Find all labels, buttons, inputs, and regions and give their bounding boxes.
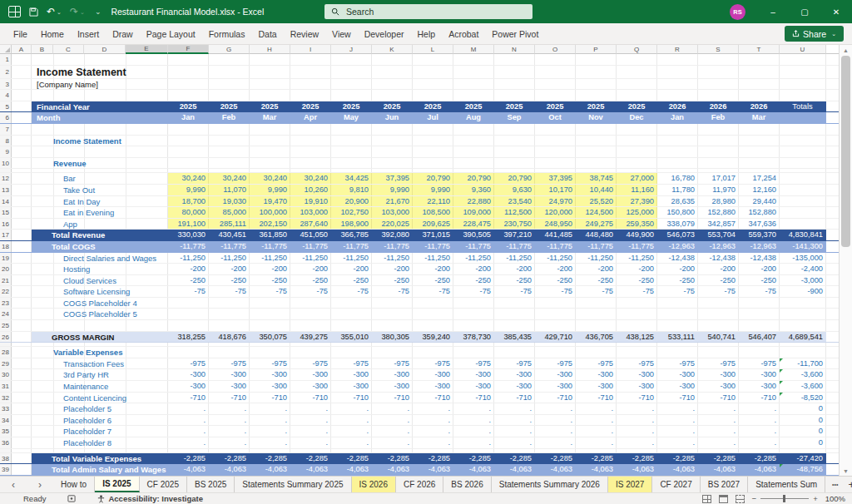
cell[interactable]: -250 (739, 275, 780, 286)
cell[interactable] (453, 158, 494, 169)
cell[interactable]: 27,390 (617, 196, 657, 207)
sheet-tab-statements-sum[interactable]: Statements Sum (748, 477, 825, 492)
cell[interactable] (657, 320, 698, 331)
cell[interactable]: . (372, 403, 413, 414)
page-layout-view-icon[interactable] (719, 495, 728, 503)
cell[interactable] (657, 146, 698, 157)
cell[interactable] (372, 54, 413, 65)
cell[interactable]: -11,775 (331, 241, 372, 252)
cell[interactable]: 22,880 (453, 196, 494, 207)
cell[interactable]: . (657, 415, 698, 426)
cell[interactable]: -710 (617, 393, 657, 403)
cell[interactable] (576, 66, 617, 78)
save-icon[interactable] (29, 7, 38, 17)
cell[interactable]: -200 (290, 264, 331, 274)
cell[interactable]: -975 (413, 358, 453, 369)
cell[interactable]: 2025 (617, 101, 657, 112)
cell-label-transaction-fees[interactable]: Transaction Fees (32, 358, 168, 369)
row-header-32[interactable]: 32 (0, 393, 12, 403)
cell[interactable]: 9,990 (413, 185, 453, 195)
cell[interactable]: -710 (372, 393, 413, 403)
cell[interactable]: . (657, 437, 698, 448)
cell[interactable] (12, 437, 32, 448)
cell[interactable]: -710 (739, 393, 780, 403)
cell-total[interactable]: -900 (780, 286, 826, 297)
cell-total[interactable] (780, 320, 826, 331)
cell[interactable] (12, 358, 32, 369)
row-header-9[interactable]: 9 (0, 146, 12, 157)
cell[interactable]: -11,250 (535, 253, 576, 264)
row-header-27[interactable] (0, 343, 12, 346)
cell[interactable]: 30,240 (209, 173, 250, 184)
column-header-b[interactable]: B (32, 45, 53, 54)
cell[interactable]: 220,025 (372, 219, 413, 230)
cell[interactable] (535, 169, 576, 172)
sheet-tab-bs-2026[interactable]: BS 2026 (443, 477, 491, 492)
cell[interactable] (535, 309, 576, 319)
cell[interactable]: -250 (331, 275, 372, 286)
cell[interactable] (453, 320, 494, 331)
cell[interactable]: -300 (209, 369, 250, 380)
cell[interactable] (12, 146, 32, 157)
cell[interactable] (32, 343, 168, 346)
cell[interactable]: . (494, 437, 535, 448)
cell[interactable]: . (494, 426, 535, 437)
cell[interactable]: 191,100 (168, 219, 209, 230)
row-header-11[interactable] (0, 169, 12, 172)
cell[interactable] (250, 449, 290, 452)
cell[interactable]: -975 (739, 358, 780, 369)
cell[interactable] (290, 146, 331, 157)
cell-label-revenue[interactable]: Revenue (32, 158, 168, 169)
cell[interactable]: . (576, 415, 617, 426)
cell[interactable] (657, 309, 698, 319)
cell[interactable]: 19,910 (290, 196, 331, 207)
cell[interactable] (453, 90, 494, 101)
cell[interactable] (250, 347, 290, 358)
cell[interactable] (168, 136, 209, 146)
cell-total[interactable] (780, 112, 826, 123)
scroll-down-arrow[interactable]: ▼ (840, 466, 852, 476)
cell[interactable] (657, 54, 698, 65)
cell[interactable]: 546,073 (657, 230, 698, 240)
cell[interactable]: 350,075 (250, 332, 290, 343)
cell[interactable]: -4,063 (331, 464, 372, 475)
cell[interactable]: -250 (576, 275, 617, 286)
cell-total[interactable] (780, 169, 826, 172)
cell[interactable] (576, 343, 617, 346)
row-header-31[interactable]: 31 (0, 381, 12, 392)
column-header-s[interactable]: S (698, 45, 739, 54)
cell[interactable] (12, 403, 32, 414)
cell[interactable] (494, 146, 535, 157)
cell-total[interactable] (780, 219, 826, 230)
cell[interactable]: -300 (168, 381, 209, 392)
cell[interactable] (494, 449, 535, 452)
cell[interactable] (12, 332, 32, 343)
cell[interactable] (331, 79, 372, 90)
sheet-tab-how-to[interactable]: How to (53, 477, 95, 492)
excel-app-icon[interactable] (8, 6, 21, 17)
cell[interactable] (168, 124, 209, 135)
cell[interactable] (739, 347, 780, 358)
sheet-nav-right-icon[interactable]: › (27, 479, 53, 491)
cell[interactable] (535, 136, 576, 146)
row-header-7[interactable]: 7 (0, 124, 12, 135)
cell[interactable]: 38,745 (576, 173, 617, 184)
vertical-scrollbar[interactable]: ▲ ▼ (839, 45, 852, 476)
cell[interactable] (209, 309, 250, 319)
cell[interactable] (617, 309, 657, 319)
cell[interactable] (617, 169, 657, 172)
cell[interactable]: -200 (413, 264, 453, 274)
cell[interactable] (12, 264, 32, 274)
cell[interactable] (12, 426, 32, 437)
cell[interactable] (290, 136, 331, 146)
cell[interactable] (290, 298, 331, 309)
cell-label-income-statement[interactable]: Income Statement (32, 136, 168, 146)
cell[interactable] (494, 79, 535, 90)
cell[interactable]: 9,990 (250, 185, 290, 195)
cell[interactable]: -200 (168, 264, 209, 274)
cell[interactable]: -200 (535, 264, 576, 274)
cell[interactable] (617, 347, 657, 358)
redo-button[interactable]: ↷⌄ (70, 7, 85, 17)
cell[interactable] (413, 124, 453, 135)
cell[interactable]: . (413, 403, 453, 414)
